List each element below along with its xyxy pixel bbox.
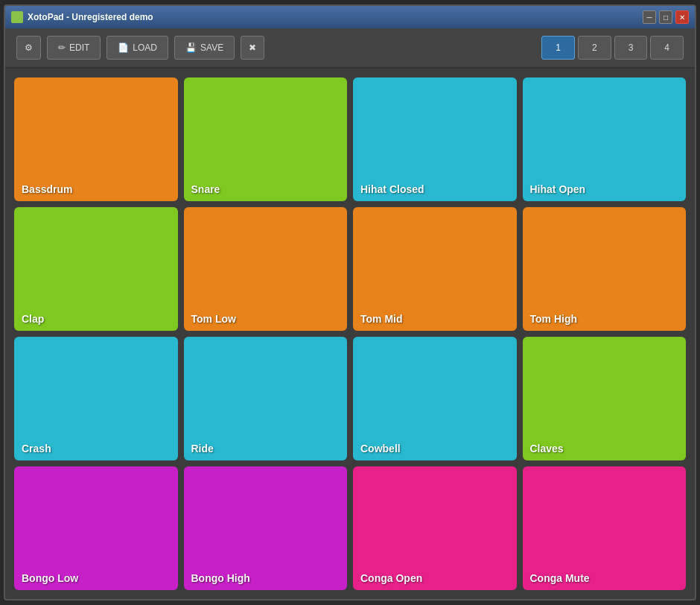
title-controls: ─ □ ✕ [643,10,689,24]
pad-grid: BassdrumSnareHihat ClosedHihat OpenClapT… [5,69,695,599]
pad-hihat-open[interactable]: Hihat Open [523,77,687,201]
pad-label-tom-high: Tom High [530,313,578,325]
edit-button[interactable]: ✏ EDIT [47,36,101,60]
title-bar-left: XotoPad - Unregistered demo [11,11,153,23]
pad-label-conga-mute: Conga Mute [530,572,590,584]
edit-icon: ✏ [58,42,66,53]
pad-conga-mute[interactable]: Conga Mute [523,466,687,590]
pad-label-claves: Claves [530,443,564,454]
page-tab-2[interactable]: 2 [578,36,611,60]
pad-bongo-low[interactable]: Bongo Low [14,466,178,590]
pad-label-ride: Ride [191,443,214,454]
pad-snare[interactable]: Snare [184,77,348,201]
minimize-button[interactable]: ─ [643,10,656,24]
page-tab-3[interactable]: 3 [614,36,648,60]
pad-label-hihat-closed: Hihat Closed [360,183,424,195]
gear-icon: ⚙ [25,42,33,53]
save-label: SAVE [200,42,223,53]
app-icon [11,11,23,23]
app-window: XotoPad - Unregistered demo ─ □ ✕ ⚙ ✏ ED… [4,4,696,601]
pad-label-bassdrum: Bassdrum [22,183,72,195]
page-tab-1[interactable]: 1 [541,36,575,60]
fullscreen-button[interactable]: ✖ [241,36,264,60]
pad-tom-mid[interactable]: Tom Mid [353,207,517,331]
page-tabs: 1 2 3 4 [541,36,684,60]
pad-ride[interactable]: Ride [184,337,348,460]
pad-label-clap: Clap [22,313,44,325]
pad-label-snare: Snare [191,183,220,195]
pad-label-bongo-low: Bongo Low [22,572,78,584]
pad-label-bongo-high: Bongo High [191,572,250,584]
pad-label-cowbell: Cowbell [360,443,401,454]
pad-claves[interactable]: Claves [523,337,687,460]
pad-hihat-closed[interactable]: Hihat Closed [353,77,517,201]
pad-crash[interactable]: Crash [14,337,178,460]
pad-cowbell[interactable]: Cowbell [353,337,517,460]
pad-tom-low[interactable]: Tom Low [184,207,348,331]
fullscreen-icon: ✖ [249,42,256,53]
pad-label-hihat-open: Hihat Open [530,183,586,195]
window-title: XotoPad - Unregistered demo [28,12,153,22]
load-icon: 📄 [118,42,129,53]
pad-bassdrum[interactable]: Bassdrum [14,77,178,201]
save-button[interactable]: 💾 SAVE [174,36,235,60]
pad-label-tom-low: Tom Low [191,313,236,325]
maximize-button[interactable]: □ [659,10,672,24]
settings-button[interactable]: ⚙ [16,36,41,60]
pad-label-tom-mid: Tom Mid [360,313,403,325]
close-button[interactable]: ✕ [675,10,689,24]
pad-bongo-high[interactable]: Bongo High [184,466,348,590]
pad-label-crash: Crash [22,443,51,454]
pad-conga-open[interactable]: Conga Open [353,466,517,590]
pad-tom-high[interactable]: Tom High [523,207,687,331]
pad-clap[interactable]: Clap [14,207,178,331]
toolbar: ⚙ ✏ EDIT 📄 LOAD 💾 SAVE ✖ 1 2 3 4 [5,28,695,69]
load-label: LOAD [133,42,157,53]
edit-label: EDIT [69,42,89,53]
pad-label-conga-open: Conga Open [360,572,422,584]
page-tab-4[interactable]: 4 [650,36,684,60]
load-button[interactable]: 📄 LOAD [106,36,168,60]
title-bar: XotoPad - Unregistered demo ─ □ ✕ [5,6,695,28]
save-icon: 💾 [185,42,197,53]
